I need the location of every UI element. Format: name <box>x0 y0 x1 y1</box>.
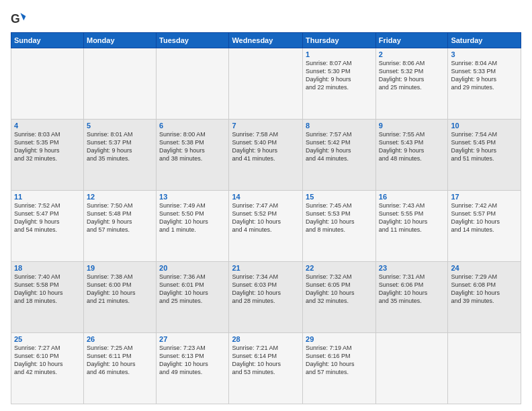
day-content: Sunrise: 7:19 AM Sunset: 6:16 PM Dayligh… <box>306 344 373 377</box>
calendar-cell: 29Sunrise: 7:19 AM Sunset: 6:16 PM Dayli… <box>303 333 376 404</box>
calendar-week-2: 11Sunrise: 7:52 AM Sunset: 5:47 PM Dayli… <box>11 191 521 262</box>
calendar-cell: 5Sunrise: 8:01 AM Sunset: 5:37 PM Daylig… <box>83 120 156 191</box>
calendar-week-4: 25Sunrise: 7:27 AM Sunset: 6:10 PM Dayli… <box>11 333 521 404</box>
day-number: 18 <box>14 264 81 272</box>
day-number: 19 <box>87 264 153 272</box>
day-number: 28 <box>232 335 300 343</box>
weekday-header-sunday: Sunday <box>11 33 84 48</box>
day-number: 14 <box>232 193 300 201</box>
svg-text:G: G <box>11 12 20 26</box>
calendar-cell: 16Sunrise: 7:43 AM Sunset: 5:55 PM Dayli… <box>375 191 448 262</box>
day-number: 9 <box>379 122 445 130</box>
day-number: 25 <box>14 335 81 343</box>
day-content: Sunrise: 8:07 AM Sunset: 5:30 PM Dayligh… <box>306 59 373 92</box>
day-number: 20 <box>159 264 226 272</box>
calendar-cell: 17Sunrise: 7:42 AM Sunset: 5:57 PM Dayli… <box>448 191 521 262</box>
calendar-cell: 7Sunrise: 7:58 AM Sunset: 5:40 PM Daylig… <box>229 120 303 191</box>
day-number: 11 <box>14 193 81 201</box>
day-number: 5 <box>87 122 153 130</box>
calendar-cell: 28Sunrise: 7:21 AM Sunset: 6:14 PM Dayli… <box>229 333 303 404</box>
day-number: 2 <box>379 50 445 58</box>
day-number: 16 <box>379 193 445 201</box>
calendar-cell: 20Sunrise: 7:36 AM Sunset: 6:01 PM Dayli… <box>157 262 229 333</box>
day-content: Sunrise: 7:43 AM Sunset: 5:55 PM Dayligh… <box>379 201 445 234</box>
calendar-cell: 8Sunrise: 7:57 AM Sunset: 5:42 PM Daylig… <box>303 120 376 191</box>
calendar-week-3: 18Sunrise: 7:40 AM Sunset: 5:58 PM Dayli… <box>11 262 521 333</box>
calendar-cell: 18Sunrise: 7:40 AM Sunset: 5:58 PM Dayli… <box>11 262 84 333</box>
day-number: 10 <box>451 122 518 130</box>
day-content: Sunrise: 7:58 AM Sunset: 5:40 PM Dayligh… <box>232 130 300 163</box>
day-content: Sunrise: 7:45 AM Sunset: 5:53 PM Dayligh… <box>306 201 373 234</box>
calendar-cell <box>83 48 156 120</box>
day-content: Sunrise: 7:57 AM Sunset: 5:42 PM Dayligh… <box>306 130 373 163</box>
day-content: Sunrise: 8:01 AM Sunset: 5:37 PM Dayligh… <box>87 130 153 163</box>
day-content: Sunrise: 7:38 AM Sunset: 6:00 PM Dayligh… <box>87 273 153 306</box>
day-content: Sunrise: 8:00 AM Sunset: 5:38 PM Dayligh… <box>159 130 226 163</box>
calendar-cell: 13Sunrise: 7:49 AM Sunset: 5:50 PM Dayli… <box>157 191 229 262</box>
calendar-cell: 9Sunrise: 7:55 AM Sunset: 5:43 PM Daylig… <box>375 120 448 191</box>
calendar-table: SundayMondayTuesdayWednesdayThursdayFrid… <box>11 32 521 404</box>
calendar-cell: 1Sunrise: 8:07 AM Sunset: 5:30 PM Daylig… <box>303 48 376 120</box>
weekday-header-row: SundayMondayTuesdayWednesdayThursdayFrid… <box>11 33 521 48</box>
calendar-cell: 25Sunrise: 7:27 AM Sunset: 6:10 PM Dayli… <box>11 333 84 404</box>
day-content: Sunrise: 7:54 AM Sunset: 5:45 PM Dayligh… <box>451 130 518 163</box>
calendar-cell: 6Sunrise: 8:00 AM Sunset: 5:38 PM Daylig… <box>157 120 229 191</box>
calendar-cell: 24Sunrise: 7:29 AM Sunset: 6:08 PM Dayli… <box>448 262 521 333</box>
day-number: 26 <box>87 335 153 343</box>
logo: G <box>11 11 30 27</box>
calendar-week-0: 1Sunrise: 8:07 AM Sunset: 5:30 PM Daylig… <box>11 48 521 120</box>
weekday-header-saturday: Saturday <box>448 33 521 48</box>
day-content: Sunrise: 8:03 AM Sunset: 5:35 PM Dayligh… <box>14 130 81 163</box>
day-content: Sunrise: 8:06 AM Sunset: 5:32 PM Dayligh… <box>379 59 445 92</box>
day-number: 8 <box>306 122 373 130</box>
day-content: Sunrise: 8:04 AM Sunset: 5:33 PM Dayligh… <box>451 59 518 92</box>
day-number: 27 <box>159 335 226 343</box>
calendar-cell: 22Sunrise: 7:32 AM Sunset: 6:05 PM Dayli… <box>303 262 376 333</box>
weekday-header-thursday: Thursday <box>303 33 376 48</box>
day-number: 6 <box>159 122 226 130</box>
calendar-cell: 2Sunrise: 8:06 AM Sunset: 5:32 PM Daylig… <box>375 48 448 120</box>
weekday-header-tuesday: Tuesday <box>157 33 229 48</box>
header: G <box>11 11 521 27</box>
calendar-week-1: 4Sunrise: 8:03 AM Sunset: 5:35 PM Daylig… <box>11 120 521 191</box>
weekday-header-monday: Monday <box>83 33 156 48</box>
day-number: 4 <box>14 122 81 130</box>
calendar-cell <box>157 48 229 120</box>
calendar-cell <box>448 333 521 404</box>
day-content: Sunrise: 7:47 AM Sunset: 5:52 PM Dayligh… <box>232 201 300 234</box>
day-number: 22 <box>306 264 373 272</box>
calendar-cell <box>375 333 448 404</box>
day-content: Sunrise: 7:27 AM Sunset: 6:10 PM Dayligh… <box>14 344 81 377</box>
logo-icon: G <box>11 11 27 27</box>
day-content: Sunrise: 7:52 AM Sunset: 5:47 PM Dayligh… <box>14 201 81 234</box>
calendar-cell: 12Sunrise: 7:50 AM Sunset: 5:48 PM Dayli… <box>83 191 156 262</box>
day-content: Sunrise: 7:36 AM Sunset: 6:01 PM Dayligh… <box>159 273 226 306</box>
day-number: 3 <box>451 50 518 58</box>
calendar-cell: 27Sunrise: 7:23 AM Sunset: 6:13 PM Dayli… <box>157 333 229 404</box>
day-number: 21 <box>232 264 300 272</box>
page: G SundayMondayTuesdayWednesdayThursdayFr… <box>0 0 532 411</box>
day-number: 1 <box>306 50 373 58</box>
day-number: 12 <box>87 193 153 201</box>
calendar-cell: 21Sunrise: 7:34 AM Sunset: 6:03 PM Dayli… <box>229 262 303 333</box>
day-content: Sunrise: 7:55 AM Sunset: 5:43 PM Dayligh… <box>379 130 445 163</box>
day-number: 7 <box>232 122 300 130</box>
day-content: Sunrise: 7:42 AM Sunset: 5:57 PM Dayligh… <box>451 201 518 234</box>
weekday-header-friday: Friday <box>375 33 448 48</box>
day-content: Sunrise: 7:32 AM Sunset: 6:05 PM Dayligh… <box>306 273 373 306</box>
day-number: 17 <box>451 193 518 201</box>
calendar-cell: 10Sunrise: 7:54 AM Sunset: 5:45 PM Dayli… <box>448 120 521 191</box>
calendar-cell: 23Sunrise: 7:31 AM Sunset: 6:06 PM Dayli… <box>375 262 448 333</box>
day-number: 24 <box>451 264 518 272</box>
day-content: Sunrise: 7:31 AM Sunset: 6:06 PM Dayligh… <box>379 273 445 306</box>
day-content: Sunrise: 7:50 AM Sunset: 5:48 PM Dayligh… <box>87 201 153 234</box>
day-content: Sunrise: 7:49 AM Sunset: 5:50 PM Dayligh… <box>159 201 226 234</box>
day-number: 15 <box>306 193 373 201</box>
day-content: Sunrise: 7:23 AM Sunset: 6:13 PM Dayligh… <box>159 344 226 377</box>
calendar-cell: 19Sunrise: 7:38 AM Sunset: 6:00 PM Dayli… <box>83 262 156 333</box>
calendar-cell <box>229 48 303 120</box>
calendar-cell: 15Sunrise: 7:45 AM Sunset: 5:53 PM Dayli… <box>303 191 376 262</box>
calendar-cell <box>11 48 84 120</box>
calendar-cell: 14Sunrise: 7:47 AM Sunset: 5:52 PM Dayli… <box>229 191 303 262</box>
calendar-cell: 3Sunrise: 8:04 AM Sunset: 5:33 PM Daylig… <box>448 48 521 120</box>
